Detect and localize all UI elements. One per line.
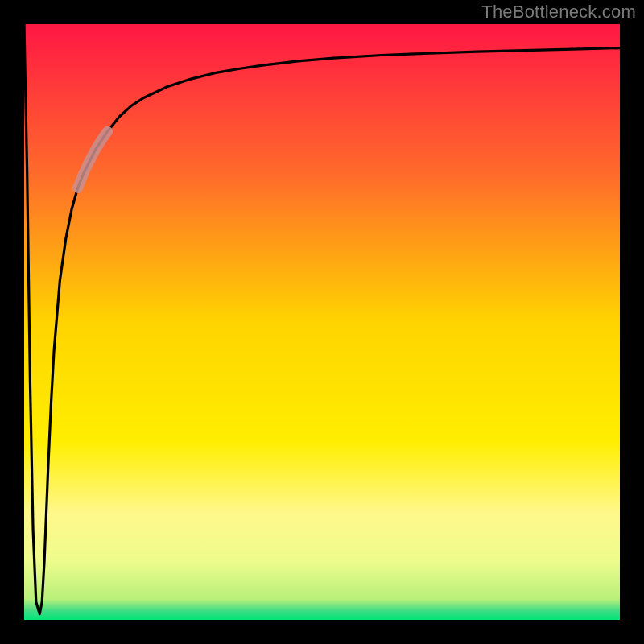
chart-frame: TheBottleneck.com [0,0,644,644]
plot-area [24,24,620,620]
gradient-background [24,24,620,620]
watermark-text: TheBottleneck.com [481,2,636,23]
chart-svg [24,24,620,620]
